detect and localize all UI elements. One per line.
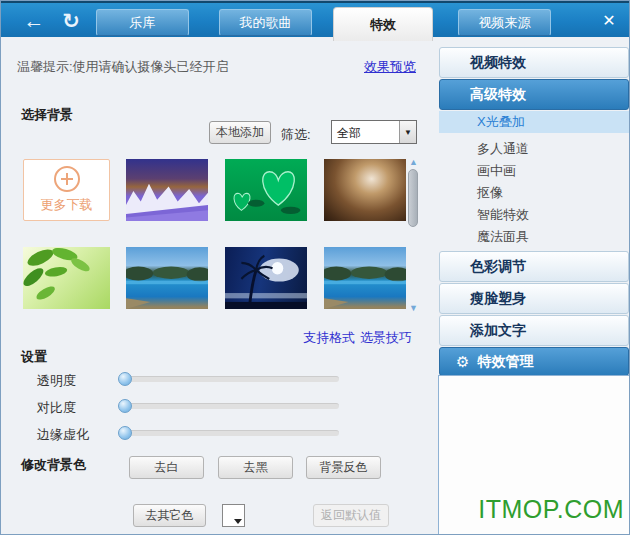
tab-music-library[interactable]: 乐库 xyxy=(96,9,189,36)
invert-bg-button[interactable]: 背景反色 xyxy=(306,456,381,479)
sidebar-item-advanced-effects[interactable]: 高级特效 xyxy=(439,79,629,110)
hearts-art xyxy=(225,159,307,221)
contrast-slider-handle[interactable] xyxy=(118,399,132,413)
thumbnail-lake-2[interactable] xyxy=(324,247,406,309)
sidebar-subitem-pip[interactable]: 画中画 xyxy=(439,160,629,182)
plus-icon xyxy=(54,166,80,192)
remove-black-button[interactable]: 去黑 xyxy=(218,456,293,479)
watermark-text: ITMOP.COM xyxy=(478,495,624,524)
sidebar-subitem-multi-channel[interactable]: 多人通道 xyxy=(439,138,629,160)
tab-effects[interactable]: 特效 xyxy=(333,7,433,41)
top-toolbar: ← ↻ 乐库 我的歌曲 特效 视频来源 ✕ xyxy=(1,1,630,37)
edge-blur-label: 边缘虚化 xyxy=(37,426,89,444)
modify-bg-color-label: 修改背景色 xyxy=(21,456,86,474)
edge-blur-slider-handle[interactable] xyxy=(118,426,132,440)
leaves-art xyxy=(23,247,110,309)
scroll-up-icon[interactable]: ▲ xyxy=(408,157,419,167)
remove-other-color-button[interactable]: 去其它色 xyxy=(133,504,206,527)
effect-preview-link[interactable]: 效果预览 xyxy=(364,58,416,76)
sidebar-subitem-xray-overlay[interactable]: X光叠加 xyxy=(439,111,629,133)
supported-formats-link[interactable]: 支持格式 xyxy=(303,329,355,347)
sidebar-item-effects-manage[interactable]: ⚙ 特效管理 xyxy=(439,347,629,376)
more-download-button[interactable]: 更多下载 xyxy=(23,159,110,221)
opacity-slider[interactable] xyxy=(119,376,339,382)
opacity-label: 透明度 xyxy=(37,372,76,390)
effects-manage-label: 特效管理 xyxy=(477,353,533,371)
sidebar-item-color-adjust[interactable]: 色彩调节 xyxy=(439,251,629,282)
filter-dropdown[interactable]: 全部 ▼ xyxy=(331,120,417,144)
thumbnail-night-palm[interactable] xyxy=(225,247,307,309)
local-add-button[interactable]: 本地添加 xyxy=(209,121,271,144)
back-icon[interactable]: ← xyxy=(19,7,49,35)
filter-dropdown-value: 全部 xyxy=(332,121,399,143)
camera-notice-text: 温馨提示:使用请确认摄像头已经开启 xyxy=(17,58,229,76)
settings-title: 设置 xyxy=(21,348,47,366)
reset-default-button[interactable]: 返回默认值 xyxy=(313,504,389,527)
thumbnail-lake-1[interactable] xyxy=(126,247,208,309)
effects-window: ← ↻ 乐库 我的歌曲 特效 视频来源 ✕ 温馨提示:使用请确认摄像头已经开启 … xyxy=(0,0,630,535)
contrast-slider[interactable] xyxy=(119,403,339,409)
choose-background-title: 选择背景 xyxy=(21,106,73,124)
tab-my-songs[interactable]: 我的歌曲 xyxy=(219,9,312,36)
tab-video-source[interactable]: 视频来源 xyxy=(458,9,551,36)
chevron-down-icon[interactable]: ▼ xyxy=(399,121,416,143)
lake-art xyxy=(126,247,208,309)
thumbnail-sepia-blur[interactable] xyxy=(324,159,406,221)
thumbnail-purple-mountain[interactable] xyxy=(126,159,208,221)
refresh-icon[interactable]: ↻ xyxy=(56,7,86,35)
sidebar-item-add-text[interactable]: 添加文字 xyxy=(439,315,629,346)
edge-blur-slider[interactable] xyxy=(119,430,339,436)
sidebar-subitem-magic-mask[interactable]: 魔法面具 xyxy=(439,226,629,248)
scrollbar-thumb[interactable] xyxy=(408,169,418,227)
thumbnail-scrollbar[interactable]: ▲ ▼ xyxy=(407,157,420,313)
more-download-label: 更多下载 xyxy=(41,196,93,214)
close-icon[interactable]: ✕ xyxy=(597,9,621,33)
sidebar-subitem-matting[interactable]: 抠像 xyxy=(439,182,629,204)
lake-art xyxy=(324,247,406,309)
filter-label: 筛选: xyxy=(281,126,311,144)
mountain-art xyxy=(126,159,208,221)
contrast-label: 对比度 xyxy=(37,399,76,417)
thumbnail-green-hearts[interactable] xyxy=(225,159,307,221)
night-palm-art xyxy=(225,247,307,309)
opacity-slider-handle[interactable] xyxy=(118,372,132,386)
color-picker-swatch[interactable] xyxy=(222,504,245,527)
sidebar-subitem-smart-effects[interactable]: 智能特效 xyxy=(439,204,629,226)
gear-icon: ⚙ xyxy=(456,353,469,371)
sidebar-item-face-slim[interactable]: 瘦脸塑身 xyxy=(439,283,629,314)
scene-tips-link[interactable]: 选景技巧 xyxy=(360,329,412,347)
sidebar-item-video-effects[interactable]: 视频特效 xyxy=(439,47,629,78)
thumbnail-green-leaves[interactable] xyxy=(23,247,110,309)
remove-white-button[interactable]: 去白 xyxy=(129,456,204,479)
scroll-down-icon[interactable]: ▼ xyxy=(408,303,419,313)
